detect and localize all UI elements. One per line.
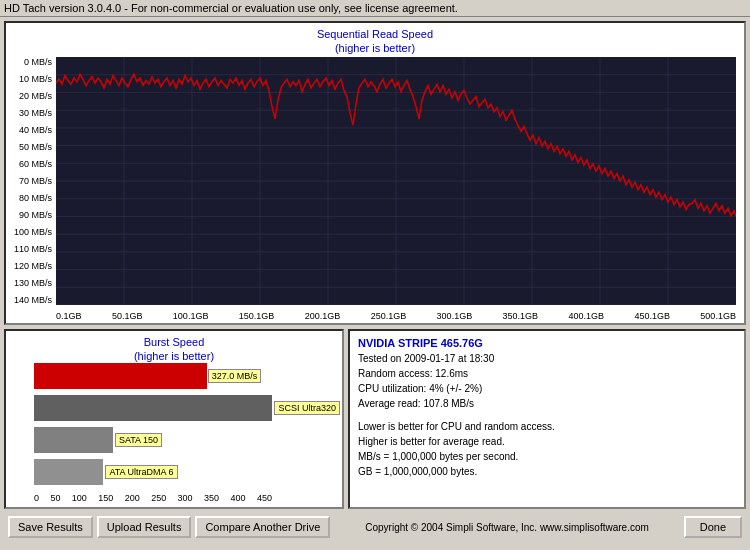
burst-x-labels: 0 50 100 150 200 250 300 350 400 450 xyxy=(34,493,272,503)
footer: Save Results Upload Results Compare Anot… xyxy=(4,513,746,541)
info-line-1: Random access: 12.6ms xyxy=(358,367,736,381)
copyright-text: Copyright © 2004 Simpli Software, Inc. w… xyxy=(334,522,679,533)
upload-results-button[interactable]: Upload Results xyxy=(97,516,192,538)
y-axis: 140 MB/s 130 MB/s 120 MB/s 110 MB/s 100 … xyxy=(8,57,54,305)
seq-chart-title: Sequential Read Speed (higher is better) xyxy=(10,27,740,56)
info-note-2: MB/s = 1,000,000 bytes per second. xyxy=(358,450,736,464)
bar-row-3: SATA 150 xyxy=(34,427,272,453)
main-container: Sequential Read Speed (higher is better)… xyxy=(0,17,750,545)
bar-row-1: 327.0 MB/s xyxy=(34,363,272,389)
burst-chart-panel: Burst Speed (higher is better) 327.0 MB/… xyxy=(4,329,344,509)
info-spacer xyxy=(358,412,736,420)
info-note-1: Higher is better for average read. xyxy=(358,435,736,449)
save-results-button[interactable]: Save Results xyxy=(8,516,93,538)
seq-chart-svg-container xyxy=(56,57,736,305)
info-line-2: CPU utilization: 4% (+/- 2%) xyxy=(358,382,736,396)
info-note-0: Lower is better for CPU and random acces… xyxy=(358,420,736,434)
bar-4-label: ATA UltraDMA 6 xyxy=(105,465,177,479)
bar-row-4: ATA UltraDMA 6 xyxy=(34,459,272,485)
burst-bars: 327.0 MB/s SCSI Ultra320 SATA 150 xyxy=(34,363,272,487)
bar-3 xyxy=(34,427,113,453)
bar-row-2: SCSI Ultra320 xyxy=(34,395,272,421)
bar-3-label: SATA 150 xyxy=(115,433,162,447)
bar-2-label: SCSI Ultra320 xyxy=(274,401,340,415)
title-bar: HD Tach version 3.0.4.0 - For non-commer… xyxy=(0,0,750,17)
bar-1-label: 327.0 MB/s xyxy=(208,369,262,383)
burst-chart-title: Burst Speed (higher is better) xyxy=(10,335,338,364)
bar-1 xyxy=(34,363,207,389)
info-line-3: Average read: 107.8 MB/s xyxy=(358,397,736,411)
info-title: NVIDIA STRIPE 465.76G xyxy=(358,337,736,349)
burst-bars-container: 327.0 MB/s SCSI Ultra320 SATA 150 xyxy=(10,363,272,487)
seq-chart-panel: Sequential Read Speed (higher is better)… xyxy=(4,21,746,325)
info-panel: NVIDIA STRIPE 465.76G Tested on 2009-01-… xyxy=(348,329,746,509)
info-line-0: Tested on 2009-01-17 at 18:30 xyxy=(358,352,736,366)
bar-4 xyxy=(34,459,103,485)
info-note-3: GB = 1,000,000,000 bytes. xyxy=(358,465,736,479)
seq-chart-svg xyxy=(56,57,736,305)
bottom-section: Burst Speed (higher is better) 327.0 MB/… xyxy=(4,329,746,509)
bar-2 xyxy=(34,395,272,421)
x-axis: 0.1GB 50.1GB 100.1GB 150.1GB 200.1GB 250… xyxy=(56,311,736,321)
done-button[interactable]: Done xyxy=(684,516,742,538)
title-text: HD Tach version 3.0.4.0 - For non-commer… xyxy=(4,2,458,14)
compare-another-button[interactable]: Compare Another Drive xyxy=(195,516,330,538)
